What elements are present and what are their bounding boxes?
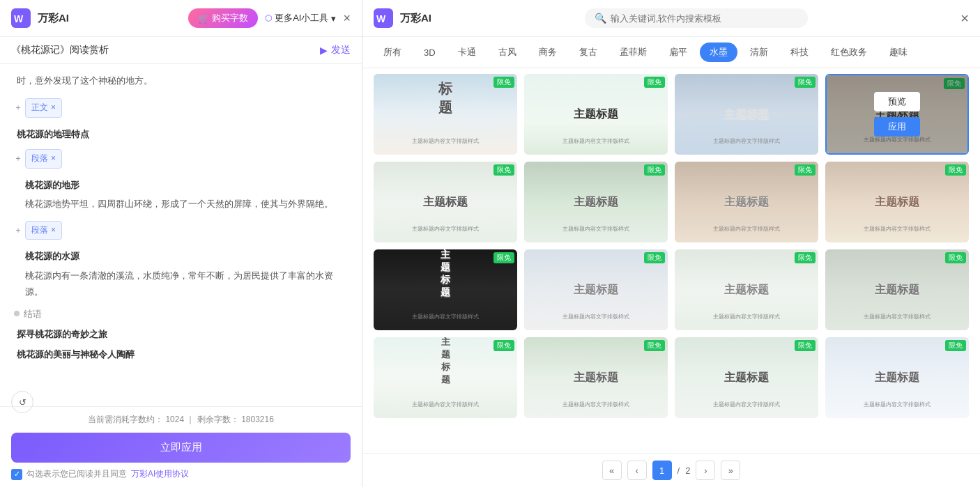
duanluo2-close-icon[interactable]: × bbox=[51, 223, 56, 238]
tab-3D[interactable]: 3D bbox=[414, 44, 445, 61]
limit-free-badge-1: 限免 bbox=[493, 77, 514, 88]
doc-header: 《桃花源记》阅读赏析 ▶ 发送 bbox=[0, 37, 362, 64]
card-title-12: 主题标题 bbox=[875, 282, 919, 297]
left-footer: 当前需消耗字数约： 1024 ｜ 剩余字数： 1803216 立即应用 ✓ 勾选… bbox=[0, 406, 362, 487]
template-card-10[interactable]: 限免主题标题主题标题内容文字排版样式 bbox=[524, 249, 668, 330]
plus-icon: ＋ bbox=[14, 100, 22, 116]
tab-古风[interactable]: 古风 bbox=[489, 42, 526, 62]
card-sub-12: 主题标题内容文字排版样式 bbox=[825, 313, 969, 320]
template-card-9[interactable]: 限免主 题 标 题主题标题内容文字排版样式 bbox=[374, 249, 517, 330]
refresh-button[interactable]: ↺ bbox=[11, 391, 33, 413]
card-sub-9: 主题标题内容文字排版样式 bbox=[374, 313, 517, 320]
tab-趣味[interactable]: 趣味 bbox=[880, 42, 917, 62]
agree-checkbox[interactable]: ✓ bbox=[11, 469, 22, 480]
template-card-2[interactable]: 限免主题标题主题标题内容文字排版样式 bbox=[524, 74, 668, 155]
left-header: W 万彩AI 🛒 购买字数 ⬡ 更多AI小工具 ▾ × bbox=[0, 0, 362, 37]
more-tools-button[interactable]: ⬡ 更多AI小工具 ▾ bbox=[265, 12, 336, 24]
card-sub-8: 主题标题内容文字排版样式 bbox=[825, 225, 969, 233]
close-right-panel-button[interactable]: × bbox=[960, 10, 969, 26]
next-page-button[interactable]: › bbox=[696, 461, 715, 480]
tag-close-icon[interactable]: × bbox=[51, 100, 56, 116]
tab-清新[interactable]: 清新 bbox=[740, 42, 778, 62]
tab-水墨[interactable]: 水墨 bbox=[700, 42, 737, 62]
tab-复古[interactable]: 复古 bbox=[569, 42, 607, 62]
template-card-16[interactable]: 限免主题标题主题标题内容文字排版样式 bbox=[825, 337, 969, 418]
template-card-13[interactable]: 限免主 题 标 题主题标题内容文字排版样式 bbox=[374, 337, 517, 418]
svg-text:W: W bbox=[14, 13, 24, 24]
content-area: 时，意外发现了这个神秘的地方。 ＋ 正文 × 桃花源的地理特点 ＋ 段落 × 桃… bbox=[0, 64, 362, 406]
card-sub-1: 主题标题内容文字排版样式 bbox=[374, 137, 517, 145]
send-icon: ▶ bbox=[320, 45, 328, 56]
limit-free-badge-2: 限免 bbox=[644, 77, 665, 88]
tab-卡通[interactable]: 卡通 bbox=[448, 42, 486, 62]
limit-free-badge-11: 限免 bbox=[795, 252, 816, 263]
jieju-dot bbox=[14, 311, 20, 316]
stats-row: 当前需消耗字数约： 1024 ｜ 剩余字数： 1803216 bbox=[11, 414, 351, 426]
section-heading-1: 桃花源的地理特点 bbox=[11, 126, 351, 142]
template-card-11[interactable]: 限免主题标题主题标题内容文字排版样式 bbox=[675, 249, 818, 330]
tab-商务[interactable]: 商务 bbox=[529, 42, 567, 62]
card-title-8: 主题标题 bbox=[875, 194, 919, 209]
hover-overlay-4: 预览应用 bbox=[827, 75, 967, 153]
prev-page-button[interactable]: ‹ bbox=[627, 461, 647, 480]
add-duanluo1-row[interactable]: ＋ 段落 × bbox=[11, 145, 351, 173]
zhengwen-tag: 正文 × bbox=[25, 98, 62, 118]
wancai-logo-right: W bbox=[374, 8, 393, 28]
card-sub-7: 主题标题内容文字排版样式 bbox=[675, 225, 818, 233]
add-zhengwen-row[interactable]: ＋ 正文 × bbox=[11, 94, 351, 122]
agree-link[interactable]: 万彩AI使用协议 bbox=[131, 468, 189, 480]
template-card-14[interactable]: 限免主题标题主题标题内容文字排版样式 bbox=[524, 337, 668, 418]
buy-credits-button[interactable]: 🛒 购买字数 bbox=[188, 8, 258, 28]
zhengwen-label: 正文 bbox=[31, 100, 48, 116]
app-title-left: 万彩AI bbox=[38, 12, 69, 25]
right-header: W 万彩AI 🔍 × bbox=[362, 0, 980, 37]
card-title-15: 主题标题 bbox=[724, 370, 769, 385]
preview-button-4[interactable]: 预览 bbox=[874, 92, 920, 111]
template-card-15[interactable]: 限免主题标题主题标题内容文字排版样式 bbox=[675, 337, 818, 418]
last-page-button[interactable]: » bbox=[721, 461, 740, 480]
jieju-row: 结语 bbox=[14, 306, 351, 322]
remain-count: 1803216 bbox=[241, 415, 274, 424]
footer-line-1: 探寻桃花源的奇妙之旅 bbox=[11, 326, 351, 342]
tabs-row: 所有3D卡通古风商务复古孟菲斯扁平水墨清新科技红色政务趣味 bbox=[362, 37, 980, 68]
wancai-logo: W bbox=[11, 8, 31, 28]
card-title-3: 主题标题 bbox=[724, 107, 769, 121]
card-title-2: 主题标题 bbox=[574, 107, 618, 121]
tab-扁平[interactable]: 扁平 bbox=[659, 42, 697, 62]
template-card-8[interactable]: 限免主题标题主题标题内容文字排版样式 bbox=[825, 162, 969, 242]
total-pages: 2 bbox=[685, 465, 690, 476]
agree-text: 勾选表示您已阅读并且同意 bbox=[26, 468, 127, 480]
card-title-9: 主 题 标 题 bbox=[441, 249, 450, 299]
refresh-icon: ↺ bbox=[19, 397, 26, 408]
limit-free-badge-15: 限免 bbox=[795, 340, 816, 351]
duanluo1-close-icon[interactable]: × bbox=[51, 151, 56, 167]
template-card-6[interactable]: 限免主题标题主题标题内容文字排版样式 bbox=[524, 162, 668, 242]
template-card-12[interactable]: 限免主题标题主题标题内容文字排版样式 bbox=[825, 249, 969, 330]
tab-孟菲斯[interactable]: 孟菲斯 bbox=[610, 42, 657, 62]
template-card-1[interactable]: 限免标 题主题标题内容文字排版样式 bbox=[374, 74, 517, 155]
tab-科技[interactable]: 科技 bbox=[781, 42, 818, 62]
tab-所有[interactable]: 所有 bbox=[374, 42, 411, 62]
template-card-4[interactable]: 限免主题标题主题标题内容文字排版样式预览应用 bbox=[825, 74, 969, 155]
card-sub-10: 主题标题内容文字排版样式 bbox=[524, 313, 668, 320]
card-title-7: 主题标题 bbox=[724, 194, 769, 209]
template-card-3[interactable]: 限免主题标题主题标题内容文字排版样式 bbox=[675, 74, 818, 155]
stats-sep: ｜ bbox=[186, 415, 197, 424]
apply-now-button[interactable]: 立即应用 bbox=[11, 433, 351, 463]
tab-红色政务[interactable]: 红色政务 bbox=[821, 42, 877, 62]
agree-row: ✓ 勾选表示您已阅读并且同意 万彩AI使用协议 bbox=[11, 468, 351, 480]
card-title-6: 主题标题 bbox=[574, 194, 618, 209]
right-panel: W 万彩AI 🔍 × 所有3D卡通古风商务复古孟菲斯扁平水墨清新科技红色政务趣味… bbox=[362, 0, 980, 487]
template-card-5[interactable]: 限免主题标题主题标题内容文字排版样式 bbox=[374, 162, 517, 242]
stats-count: 1024 bbox=[165, 415, 184, 424]
close-left-panel-button[interactable]: × bbox=[343, 11, 351, 26]
first-page-button[interactable]: « bbox=[602, 461, 622, 480]
send-button[interactable]: ▶ 发送 bbox=[320, 44, 351, 56]
content-preview-text: 时，意外发现了这个神秘的地方。 bbox=[11, 72, 351, 88]
apply-template-button-4[interactable]: 应用 bbox=[874, 117, 920, 137]
doc-title: 《桃花源记》阅读赏析 bbox=[11, 44, 109, 56]
search-input[interactable] bbox=[611, 13, 792, 24]
limit-free-badge-5: 限免 bbox=[493, 164, 514, 176]
add-duanluo2-row[interactable]: ＋ 段落 × bbox=[11, 217, 351, 245]
template-card-7[interactable]: 限免主题标题主题标题内容文字排版样式 bbox=[675, 162, 818, 242]
